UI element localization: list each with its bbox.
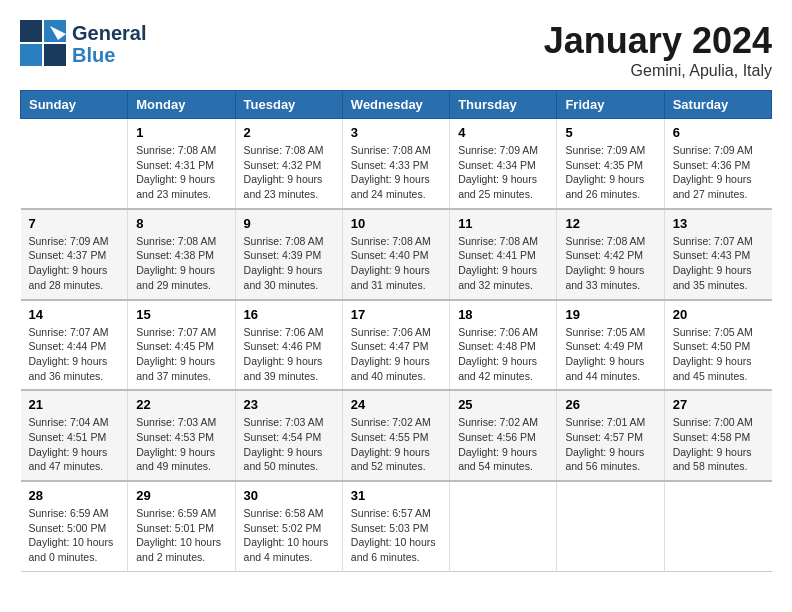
day-info: Sunrise: 7:08 AM Sunset: 4:31 PM Dayligh… — [136, 143, 226, 202]
day-number: 4 — [458, 125, 548, 140]
calendar-cell: 29Sunrise: 6:59 AM Sunset: 5:01 PM Dayli… — [128, 481, 235, 571]
calendar-cell: 7Sunrise: 7:09 AM Sunset: 4:37 PM Daylig… — [21, 209, 128, 300]
day-info: Sunrise: 7:09 AM Sunset: 4:36 PM Dayligh… — [673, 143, 764, 202]
day-number: 25 — [458, 397, 548, 412]
day-info: Sunrise: 7:00 AM Sunset: 4:58 PM Dayligh… — [673, 415, 764, 474]
day-number: 30 — [244, 488, 334, 503]
day-info: Sunrise: 7:06 AM Sunset: 4:47 PM Dayligh… — [351, 325, 441, 384]
day-number: 13 — [673, 216, 764, 231]
day-number: 21 — [29, 397, 120, 412]
header-saturday: Saturday — [664, 91, 771, 119]
calendar-cell: 2Sunrise: 7:08 AM Sunset: 4:32 PM Daylig… — [235, 119, 342, 209]
calendar-cell: 22Sunrise: 7:03 AM Sunset: 4:53 PM Dayli… — [128, 390, 235, 481]
day-info: Sunrise: 7:08 AM Sunset: 4:38 PM Dayligh… — [136, 234, 226, 293]
month-title: January 2024 — [544, 20, 772, 62]
svg-rect-3 — [44, 44, 66, 66]
day-info: Sunrise: 7:04 AM Sunset: 4:51 PM Dayligh… — [29, 415, 120, 474]
day-info: Sunrise: 7:05 AM Sunset: 4:50 PM Dayligh… — [673, 325, 764, 384]
calendar-cell: 1Sunrise: 7:08 AM Sunset: 4:31 PM Daylig… — [128, 119, 235, 209]
page-header: General Blue January 2024 Gemini, Apulia… — [20, 20, 772, 80]
day-number: 19 — [565, 307, 655, 322]
calendar-cell: 21Sunrise: 7:04 AM Sunset: 4:51 PM Dayli… — [21, 390, 128, 481]
calendar-header: SundayMondayTuesdayWednesdayThursdayFrid… — [21, 91, 772, 119]
day-number: 31 — [351, 488, 441, 503]
day-number: 28 — [29, 488, 120, 503]
calendar-cell: 13Sunrise: 7:07 AM Sunset: 4:43 PM Dayli… — [664, 209, 771, 300]
logo-text-line1: General — [72, 22, 146, 44]
day-info: Sunrise: 7:08 AM Sunset: 4:41 PM Dayligh… — [458, 234, 548, 293]
header-tuesday: Tuesday — [235, 91, 342, 119]
calendar-cell: 25Sunrise: 7:02 AM Sunset: 4:56 PM Dayli… — [450, 390, 557, 481]
day-number: 14 — [29, 307, 120, 322]
calendar-cell: 3Sunrise: 7:08 AM Sunset: 4:33 PM Daylig… — [342, 119, 449, 209]
week-row-3: 14Sunrise: 7:07 AM Sunset: 4:44 PM Dayli… — [21, 300, 772, 391]
day-info: Sunrise: 7:03 AM Sunset: 4:54 PM Dayligh… — [244, 415, 334, 474]
calendar-cell: 10Sunrise: 7:08 AM Sunset: 4:40 PM Dayli… — [342, 209, 449, 300]
calendar-cell: 30Sunrise: 6:58 AM Sunset: 5:02 PM Dayli… — [235, 481, 342, 571]
calendar-cell: 28Sunrise: 6:59 AM Sunset: 5:00 PM Dayli… — [21, 481, 128, 571]
svg-rect-0 — [20, 20, 42, 42]
day-number: 5 — [565, 125, 655, 140]
calendar-cell: 27Sunrise: 7:00 AM Sunset: 4:58 PM Dayli… — [664, 390, 771, 481]
calendar-table: SundayMondayTuesdayWednesdayThursdayFrid… — [20, 90, 772, 572]
calendar-cell: 5Sunrise: 7:09 AM Sunset: 4:35 PM Daylig… — [557, 119, 664, 209]
calendar-cell: 20Sunrise: 7:05 AM Sunset: 4:50 PM Dayli… — [664, 300, 771, 391]
day-number: 29 — [136, 488, 226, 503]
day-number: 17 — [351, 307, 441, 322]
header-thursday: Thursday — [450, 91, 557, 119]
day-number: 16 — [244, 307, 334, 322]
day-info: Sunrise: 7:09 AM Sunset: 4:37 PM Dayligh… — [29, 234, 120, 293]
day-info: Sunrise: 6:57 AM Sunset: 5:03 PM Dayligh… — [351, 506, 441, 565]
title-block: January 2024 Gemini, Apulia, Italy — [544, 20, 772, 80]
day-number: 10 — [351, 216, 441, 231]
header-monday: Monday — [128, 91, 235, 119]
week-row-4: 21Sunrise: 7:04 AM Sunset: 4:51 PM Dayli… — [21, 390, 772, 481]
day-number: 15 — [136, 307, 226, 322]
day-info: Sunrise: 7:08 AM Sunset: 4:40 PM Dayligh… — [351, 234, 441, 293]
week-row-1: 1Sunrise: 7:08 AM Sunset: 4:31 PM Daylig… — [21, 119, 772, 209]
header-friday: Friday — [557, 91, 664, 119]
calendar-cell: 14Sunrise: 7:07 AM Sunset: 4:44 PM Dayli… — [21, 300, 128, 391]
location: Gemini, Apulia, Italy — [544, 62, 772, 80]
calendar-cell: 26Sunrise: 7:01 AM Sunset: 4:57 PM Dayli… — [557, 390, 664, 481]
day-info: Sunrise: 7:02 AM Sunset: 4:55 PM Dayligh… — [351, 415, 441, 474]
day-number: 3 — [351, 125, 441, 140]
header-sunday: Sunday — [21, 91, 128, 119]
calendar-cell: 17Sunrise: 7:06 AM Sunset: 4:47 PM Dayli… — [342, 300, 449, 391]
week-row-5: 28Sunrise: 6:59 AM Sunset: 5:00 PM Dayli… — [21, 481, 772, 571]
calendar-cell — [21, 119, 128, 209]
day-number: 20 — [673, 307, 764, 322]
svg-rect-2 — [20, 44, 42, 66]
calendar-cell: 18Sunrise: 7:06 AM Sunset: 4:48 PM Dayli… — [450, 300, 557, 391]
day-info: Sunrise: 7:03 AM Sunset: 4:53 PM Dayligh… — [136, 415, 226, 474]
calendar-cell: 12Sunrise: 7:08 AM Sunset: 4:42 PM Dayli… — [557, 209, 664, 300]
day-number: 7 — [29, 216, 120, 231]
day-info: Sunrise: 6:59 AM Sunset: 5:00 PM Dayligh… — [29, 506, 120, 565]
calendar-cell: 8Sunrise: 7:08 AM Sunset: 4:38 PM Daylig… — [128, 209, 235, 300]
day-info: Sunrise: 7:05 AM Sunset: 4:49 PM Dayligh… — [565, 325, 655, 384]
day-info: Sunrise: 7:09 AM Sunset: 4:34 PM Dayligh… — [458, 143, 548, 202]
calendar-cell: 31Sunrise: 6:57 AM Sunset: 5:03 PM Dayli… — [342, 481, 449, 571]
calendar-cell: 6Sunrise: 7:09 AM Sunset: 4:36 PM Daylig… — [664, 119, 771, 209]
day-number: 8 — [136, 216, 226, 231]
day-info: Sunrise: 7:01 AM Sunset: 4:57 PM Dayligh… — [565, 415, 655, 474]
calendar-cell: 24Sunrise: 7:02 AM Sunset: 4:55 PM Dayli… — [342, 390, 449, 481]
calendar-cell: 16Sunrise: 7:06 AM Sunset: 4:46 PM Dayli… — [235, 300, 342, 391]
day-number: 23 — [244, 397, 334, 412]
day-info: Sunrise: 7:09 AM Sunset: 4:35 PM Dayligh… — [565, 143, 655, 202]
calendar-cell: 23Sunrise: 7:03 AM Sunset: 4:54 PM Dayli… — [235, 390, 342, 481]
calendar-cell: 15Sunrise: 7:07 AM Sunset: 4:45 PM Dayli… — [128, 300, 235, 391]
calendar-cell — [557, 481, 664, 571]
day-info: Sunrise: 7:07 AM Sunset: 4:44 PM Dayligh… — [29, 325, 120, 384]
calendar-cell: 4Sunrise: 7:09 AM Sunset: 4:34 PM Daylig… — [450, 119, 557, 209]
day-info: Sunrise: 7:08 AM Sunset: 4:32 PM Dayligh… — [244, 143, 334, 202]
calendar-cell: 19Sunrise: 7:05 AM Sunset: 4:49 PM Dayli… — [557, 300, 664, 391]
day-info: Sunrise: 7:08 AM Sunset: 4:33 PM Dayligh… — [351, 143, 441, 202]
day-info: Sunrise: 6:58 AM Sunset: 5:02 PM Dayligh… — [244, 506, 334, 565]
day-number: 26 — [565, 397, 655, 412]
day-info: Sunrise: 7:06 AM Sunset: 4:48 PM Dayligh… — [458, 325, 548, 384]
day-number: 9 — [244, 216, 334, 231]
day-number: 24 — [351, 397, 441, 412]
day-info: Sunrise: 7:07 AM Sunset: 4:43 PM Dayligh… — [673, 234, 764, 293]
logo: General Blue — [20, 20, 146, 68]
